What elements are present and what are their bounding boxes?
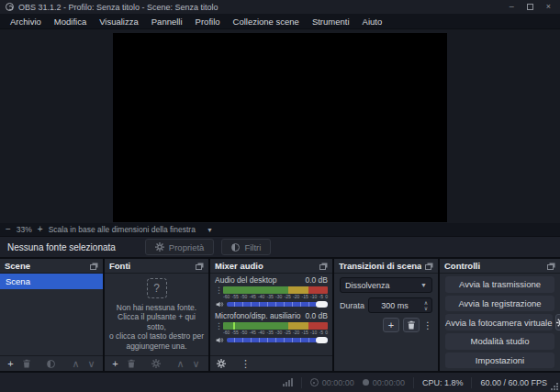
scenes-panel-title: Scene — [5, 261, 30, 271]
menu-archivio[interactable]: Archivio — [4, 15, 48, 28]
preview-area — [0, 29, 560, 223]
spinner-down-button[interactable]: ∨ — [424, 306, 428, 311]
transition-select[interactable]: Dissolvenza ▼ — [340, 277, 432, 293]
dock-float-icon[interactable] — [196, 264, 202, 270]
menu-profilo[interactable]: Profilo — [189, 15, 227, 28]
video-preview[interactable] — [113, 33, 447, 222]
scene-move-down-button[interactable]: ∨ — [85, 358, 97, 370]
duration-spinner[interactable]: 300 ms ∧ ∨ — [368, 297, 432, 313]
transition-menu-button[interactable]: ⋮ — [423, 320, 432, 330]
menubar: Archivio Modifica Visualizza Pannelli Pr… — [0, 14, 560, 29]
speaker-icon[interactable] — [215, 300, 224, 308]
properties-button[interactable]: Proprietà — [145, 239, 215, 255]
advanced-audio-button[interactable] — [215, 358, 227, 370]
dock-float-icon[interactable] — [547, 264, 554, 270]
scenes-list: Scena — [0, 274, 103, 355]
remove-scene-button[interactable] — [20, 358, 32, 370]
drag-handle-icon[interactable]: ⋮ — [215, 286, 220, 299]
remove-source-button[interactable] — [125, 358, 137, 370]
scene-filters-button[interactable] — [45, 358, 57, 370]
source-move-down-button[interactable]: ∨ — [190, 358, 202, 370]
mixer-menu-button[interactable]: ⋮ — [240, 358, 252, 370]
transitions-panel-title: Transizioni di scena — [339, 261, 421, 271]
close-button[interactable]: × — [546, 3, 551, 11]
gear-icon — [151, 359, 161, 368]
gear-icon — [217, 359, 226, 368]
menu-collezione-scene[interactable]: Collezione scene — [227, 15, 306, 28]
transition-selected: Dissolvenza — [345, 281, 420, 290]
duration-value: 300 ms — [369, 301, 420, 310]
scale-mode-label[interactable]: Scala in base alle dimensioni della fine… — [49, 225, 196, 234]
remove-transition-button[interactable] — [403, 318, 420, 332]
dock-panels: Scene Scena + ∧ ∨ Fonti — [0, 259, 560, 371]
start-virtual-camera-button[interactable]: Avvia la fotocamera virtuale — [445, 314, 553, 330]
scenes-toolbar: + ∧ ∨ — [0, 355, 103, 371]
mixer-channel-mic: Microfono/disp. ausiliario 0.0 dB ⋮ -60-… — [215, 311, 328, 344]
volume-meter — [223, 322, 328, 330]
sources-empty-text: Non hai nessuna fonte. Clicca il pulsant… — [108, 303, 205, 352]
source-toolbar: Nessuna fonte selezionata Proprietà Filt… — [0, 237, 560, 259]
controls-panel-title: Controlli — [444, 261, 480, 271]
dock-float-icon[interactable] — [90, 264, 96, 270]
window-title: OBS 31.1.2 - Profilo: Senza titolo - Sce… — [18, 3, 218, 12]
meter-scale: -60-55-50-45-40-35-30-25-20-15-10-50 — [223, 294, 328, 299]
mixer-body: Audio del desktop 0.0 dB ⋮ -60-55-50-45-… — [210, 274, 332, 355]
start-streaming-button[interactable]: Avvia la trasmissione — [445, 276, 554, 293]
trash-icon — [407, 320, 416, 330]
add-source-button[interactable]: + — [109, 358, 121, 370]
maximize-button[interactable] — [527, 4, 533, 10]
controls-panel: Controlli Avvia la trasmissione Avvia la… — [440, 259, 560, 371]
add-scene-button[interactable]: + — [5, 358, 17, 370]
channel-name: Audio del desktop — [215, 275, 277, 285]
mixer-panel-header: Mixer audio — [210, 259, 332, 274]
channel-level: 0.0 dB — [305, 275, 328, 285]
gear-icon — [556, 318, 560, 328]
preview-scale-bar: − 33% + Scala in base alle dimensioni de… — [0, 223, 560, 237]
studio-mode-button[interactable]: Modalità studio — [445, 333, 554, 350]
sources-list: ? Non hai nessuna fonte. Clicca il pulsa… — [105, 274, 208, 355]
menu-aiuto[interactable]: Aiuto — [356, 15, 389, 28]
dock-float-icon[interactable] — [425, 264, 431, 270]
menu-modifica[interactable]: Modifica — [48, 15, 93, 28]
slider-handle[interactable] — [316, 301, 328, 308]
sources-toolbar: + ∧ ∨ — [105, 355, 208, 371]
chevron-down-icon[interactable]: ▼ — [207, 227, 213, 233]
obs-window: OBS 31.1.2 - Profilo: Senza titolo - Sce… — [0, 0, 560, 392]
filters-button[interactable]: Filtri — [221, 239, 271, 255]
resize-grip[interactable] — [551, 383, 558, 390]
slider-handle[interactable] — [316, 337, 328, 343]
mixer-panel: Mixer audio Audio del desktop 0.0 dB ⋮ — [210, 259, 332, 371]
mixer-panel-title: Mixer audio — [215, 261, 263, 271]
zoom-out-button[interactable]: − — [6, 225, 11, 234]
controls-body: Avvia la trasmissione Avvia la registraz… — [440, 274, 560, 371]
speaker-icon[interactable] — [215, 336, 224, 344]
source-move-up-button[interactable]: ∧ — [174, 358, 186, 370]
sources-panel-title: Fonti — [109, 261, 130, 271]
chevron-down-icon: ▼ — [420, 282, 427, 288]
menu-pannelli[interactable]: Pannelli — [145, 15, 189, 28]
volume-meter — [223, 286, 328, 294]
drag-handle-icon[interactable]: ⋮ — [215, 322, 220, 335]
source-status-label: Nessuna fonte selezionata — [7, 242, 116, 252]
scenes-panel: Scene Scena + ∧ ∨ — [0, 259, 103, 371]
scene-list-item[interactable]: Scena — [0, 274, 103, 289]
zoom-in-button[interactable]: + — [38, 225, 43, 234]
record-icon — [363, 379, 369, 386]
menu-visualizza[interactable]: Visualizza — [93, 15, 145, 28]
volume-slider[interactable] — [227, 337, 328, 343]
stream-icon — [310, 378, 319, 386]
dock-float-icon[interactable] — [319, 264, 326, 270]
add-transition-button[interactable]: + — [383, 318, 399, 332]
question-mark-icon: ? — [147, 278, 167, 298]
source-properties-button[interactable] — [150, 358, 162, 370]
menu-strumenti[interactable]: Strumenti — [306, 15, 356, 28]
volume-slider[interactable] — [227, 301, 328, 308]
start-recording-button[interactable]: Avvia la registrazione — [445, 296, 554, 312]
scene-move-up-button[interactable]: ∧ — [70, 358, 82, 370]
transitions-panel-header: Transizioni di scena — [334, 259, 438, 274]
controls-panel-header: Controlli — [440, 259, 560, 274]
settings-button[interactable]: Impostazioni — [445, 353, 554, 369]
minimize-button[interactable]: – — [510, 3, 514, 11]
channel-level: 0.0 dB — [305, 311, 328, 320]
virtual-camera-config-button[interactable] — [555, 314, 560, 330]
